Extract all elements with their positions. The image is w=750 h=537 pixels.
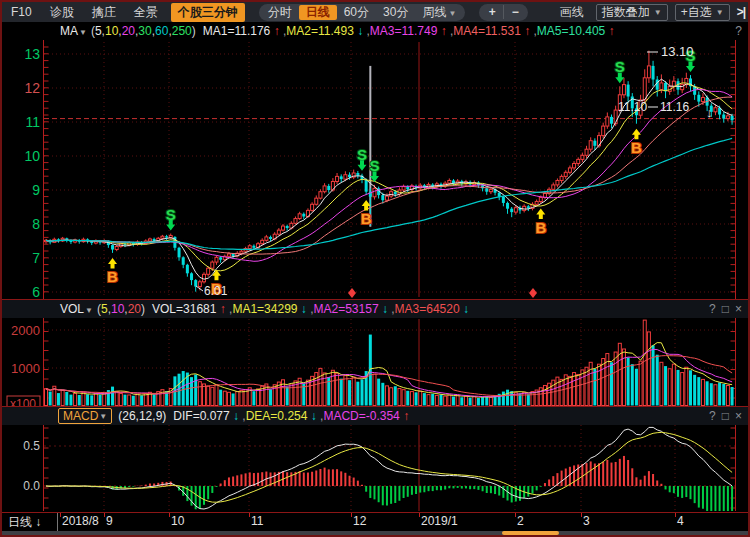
chart-scrollbar[interactable] [2, 531, 748, 535]
chevron-down-icon: ▼ [79, 28, 87, 37]
ma-params: (5,10,20,30,60,250) [91, 24, 196, 38]
index-overlay-label: 指数叠加 [602, 5, 650, 20]
chevron-down-icon: ▼ [99, 412, 107, 421]
separator: , [388, 302, 395, 316]
menu-f10[interactable]: F10 [2, 5, 41, 19]
price-chart[interactable]: BSBSBSBSBS [45, 47, 734, 297]
chart-canvas[interactable]: 13121110987620001000x1000.50.0BSBSBSBSBS… [0, 0, 750, 537]
vol-values: VOL=31681 ↑ ,MA1=34299 ↓ ,MA2=53157 ↓ ,M… [152, 302, 469, 316]
macd-header: MACD▼ (26,12,9) DIF=0.077 ↓ ,DEA=0.254 ↓… [2, 406, 748, 425]
price-callout: 13.10 [661, 44, 694, 59]
help-icon[interactable]: ? [709, 409, 716, 423]
price-axis-label: 9 [32, 182, 40, 198]
stock-3min-button[interactable]: 个股三分钟 [171, 3, 245, 22]
down-arrow-icon: ↓ [230, 409, 239, 423]
close-icon[interactable]: × [735, 302, 742, 316]
vol-panel-icons: ?□× [709, 302, 742, 316]
ma-header: MA▼ (5,10,20,30,60,250) MA1=11.176 ↑ ,MA… [2, 22, 748, 40]
price-axis-label: 10 [24, 148, 40, 164]
buy-marker: B [535, 209, 546, 236]
menu-qinzhuang[interactable]: 擒庄 [83, 4, 125, 21]
axis-tick-label: 10 [171, 514, 184, 528]
macd-axis-label: 0.0 [23, 479, 40, 493]
indicator-value: MA1=11.176 [203, 24, 271, 38]
event-diamond-icon[interactable] [529, 288, 537, 298]
zoom-in-button[interactable]: + [481, 5, 503, 19]
macd-panel-icons: ?□× [709, 409, 742, 423]
up-arrow-icon: ↑ [216, 302, 225, 316]
indicator-value: DIF=0.077 [173, 409, 229, 423]
price-callout: 11.10 [618, 100, 647, 114]
vol-dropdown[interactable]: VOL▼ [60, 302, 93, 316]
volume-chart[interactable] [45, 320, 734, 405]
up-arrow-icon: ↑ [400, 409, 409, 423]
chevron-down-icon: ▼ [448, 9, 456, 18]
ma-dropdown[interactable]: MA▼ [60, 24, 87, 38]
scrollbar-thumb[interactable] [502, 531, 559, 535]
help-icon[interactable]: ? [709, 302, 716, 316]
index-overlay-dropdown[interactable]: 指数叠加 ▼ [596, 4, 668, 21]
ma-values: MA1=11.176 ↑ ,MA2=11.493 ↓ ,MA3=11.749 ↑… [203, 24, 615, 38]
sell-marker: S [615, 58, 625, 83]
period-selector[interactable]: 日线 ↓ [2, 513, 58, 531]
axis-tick [351, 513, 352, 517]
axis-tick [104, 513, 105, 517]
help-icon[interactable]: ? [735, 24, 742, 38]
menu-quanjing[interactable]: 全景 [125, 4, 167, 21]
chevron-down-icon: ▼ [654, 5, 662, 20]
indicator-value: VOL=31681 [152, 302, 216, 316]
indicator-value: DEA=0.254 [246, 409, 308, 423]
price-axis-label: 6 [32, 284, 40, 300]
axis-tick-label: 2018/8 [62, 514, 99, 528]
tab-日线[interactable]: 日线 [299, 5, 337, 20]
svg-text:B: B [535, 219, 546, 236]
indicator-value: MACD=-0.354 [323, 409, 399, 423]
tab-分时[interactable]: 分时 [261, 5, 299, 20]
axis-tick-label: 2 [517, 514, 524, 528]
menu-zhengu[interactable]: 诊股 [41, 4, 83, 21]
close-icon[interactable]: × [735, 409, 742, 423]
zoom-out-button[interactable]: − [503, 5, 526, 19]
indicator-value: MA2=53157 [314, 302, 379, 316]
separator: , [307, 302, 314, 316]
vol-axis-label: 2000 [11, 323, 40, 338]
axis-tick [419, 513, 420, 517]
maximize-icon[interactable]: □ [722, 409, 729, 423]
down-arrow-icon: ↓ [460, 302, 469, 316]
tab-周线[interactable]: 周线▼ [415, 5, 463, 20]
axis-tick [675, 513, 676, 517]
add-watchlist-dropdown[interactable]: +自选 ▼ [675, 4, 730, 21]
tab-60分[interactable]: 60分 [337, 5, 376, 20]
vol-axis-label: 1000 [11, 361, 40, 376]
maximize-icon[interactable]: □ [722, 302, 729, 316]
param-text: 250 [172, 24, 192, 38]
price-callout: 11.16 [660, 100, 689, 114]
axis-tick-label: 12 [353, 514, 366, 528]
price-callout: ↓ [706, 105, 713, 120]
axis-tick [515, 513, 516, 517]
indicator-value: MA5=10.405 [537, 24, 605, 38]
svg-text:S: S [615, 58, 625, 75]
sell-marker: S [357, 146, 367, 171]
macd-chart[interactable] [46, 427, 732, 511]
collapse-panel-icon[interactable]: >| [737, 5, 745, 19]
price-axis-label: 13 [24, 46, 40, 62]
tab-30分[interactable]: 30分 [376, 5, 415, 20]
draw-line-button[interactable]: 画线 [560, 4, 584, 21]
down-arrow-icon: ↓ [354, 24, 363, 38]
price-axis-label: 8 [32, 216, 40, 232]
event-diamond-icon[interactable] [348, 288, 356, 298]
macd-params: (26,12,9) [118, 409, 166, 423]
down-arrow-icon: ↓ [298, 302, 307, 316]
macd-axis-label: 0.5 [23, 439, 40, 453]
param-text: 5 [95, 24, 102, 38]
price-axis-label: 7 [32, 250, 40, 266]
price-axis-label: 11 [25, 114, 40, 130]
sell-marker: S [166, 206, 176, 231]
macd-dropdown[interactable]: MACD▼ [58, 408, 112, 424]
separator: , [363, 24, 370, 38]
param-text: 10 [111, 302, 124, 316]
param-text: ) [141, 302, 145, 316]
separator: , [239, 409, 246, 423]
axis-tick [249, 513, 250, 517]
